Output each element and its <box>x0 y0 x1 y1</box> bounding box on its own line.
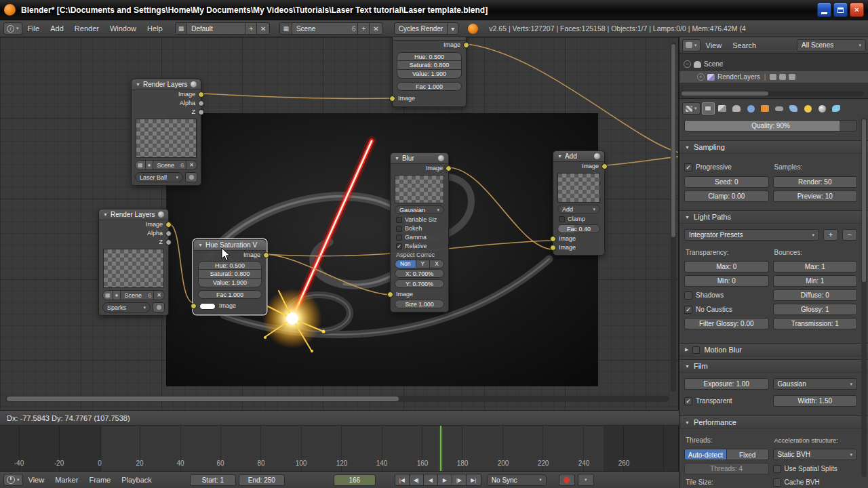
current-frame-marker[interactable] <box>440 426 441 471</box>
browse-icon[interactable]: ▦ <box>103 291 113 300</box>
render-layer-render-button[interactable] <box>153 302 165 312</box>
socket-image-in[interactable] <box>550 245 556 251</box>
jump-to-end-button[interactable]: ▶| <box>467 474 481 485</box>
engine-name[interactable]: Cycles Render <box>395 23 448 34</box>
collapse-icon[interactable]: ▼ <box>103 212 108 217</box>
transparency-max-field[interactable]: Max: 0 <box>684 261 769 272</box>
tab-world[interactable] <box>745 102 757 115</box>
tab-constraints[interactable] <box>773 102 786 115</box>
fixed-button[interactable]: Fixed <box>727 449 768 460</box>
fac-slider[interactable]: Fac 0.40 <box>557 224 600 233</box>
render-layer-dropdown[interactable]: Sparks▾ <box>102 302 151 312</box>
scrollbar-thumb[interactable] <box>682 92 768 96</box>
checkbox[interactable] <box>773 479 781 487</box>
menu-marker[interactable]: Marker <box>50 476 83 484</box>
scene-browse-icon[interactable]: ▦ <box>280 23 292 34</box>
add-scene-button[interactable]: + <box>357 23 369 34</box>
transmission-bounces-field[interactable]: Transmission: 1 <box>773 318 858 329</box>
node-header[interactable]: ▼ Render Layers <box>99 209 168 220</box>
delete-layout-button[interactable]: ✕ <box>256 23 269 34</box>
relative-checkbox[interactable]: ✓Relative <box>391 242 448 251</box>
bounces-max-field[interactable]: Max: 1 <box>773 261 858 272</box>
diffuse-bounces-field[interactable]: Diffuse: 0 <box>773 289 858 301</box>
node-blur[interactable]: ▼ Blur Image Gaussian▾ Variable Siz Boke… <box>390 152 449 312</box>
section-performance[interactable]: ▼ Performance <box>679 415 868 429</box>
spatial-splits-checkbox[interactable]: Use Spatial Splits <box>773 463 858 474</box>
prev-keyframe-button[interactable]: ◀| <box>410 474 424 485</box>
render-layer-dropdown[interactable]: Laser Ball▾ <box>135 172 183 182</box>
scene-name[interactable]: Scene <box>121 291 146 300</box>
node-mix-add[interactable]: ▼ Add Image Add▾ Clamp Fac 0.40 Image Im… <box>553 150 605 256</box>
info-editor-type-button[interactable]: i ▾ <box>3 22 22 35</box>
scrollbar-thumb[interactable] <box>7 396 399 401</box>
menu-file[interactable]: File <box>22 24 45 33</box>
socket-image-out[interactable] <box>463 42 469 48</box>
section-film[interactable]: ▼ Film <box>679 359 868 373</box>
unlink-icon[interactable]: ✕ <box>186 161 197 169</box>
socket-image-in[interactable] <box>550 236 556 242</box>
quality-slider[interactable]: Quality: 90% <box>684 120 857 131</box>
node-header[interactable]: ▼ Render Layers <box>132 79 201 90</box>
horizontal-scrollbar[interactable] <box>5 396 669 402</box>
aspect-correction-buttons[interactable]: Non Y X <box>395 260 444 268</box>
toggle-icon-1[interactable] <box>770 74 776 80</box>
value-field[interactable]: Value: 1.900 <box>198 279 262 287</box>
progressive-checkbox[interactable]: ✓Progressive <box>684 161 769 173</box>
menu-frame[interactable]: Frame <box>83 476 116 484</box>
bvh-type-dropdown[interactable]: Static BVH▾ <box>773 449 858 460</box>
hue-field[interactable]: Hue: 0.500 <box>198 261 262 270</box>
cache-bvh-checkbox[interactable]: Cache BVH <box>773 476 858 488</box>
collapse-icon[interactable]: ▼ <box>395 156 399 161</box>
outliner[interactable]: ▾ View Search All Scenes▾ − Scene + Rend… <box>679 37 868 98</box>
node-render-layers-sparks[interactable]: ▼ Render Layers Image Alpha Z ▦ ● Scene … <box>98 209 169 316</box>
menu-playback[interactable]: Playback <box>116 476 157 484</box>
delete-scene-button[interactable]: ✕ <box>369 23 382 34</box>
properties-editor-type-button[interactable]: ▾ <box>682 102 701 115</box>
socket-image-out[interactable] <box>165 222 172 228</box>
tab-object[interactable] <box>759 102 772 115</box>
checkbox[interactable] <box>396 217 402 223</box>
scene-field[interactable]: ▦ ● Scene 6 ✕ <box>135 160 197 170</box>
preview-samples-field[interactable]: Preview: 10 <box>773 190 858 202</box>
clamp-field[interactable]: Clamp: 0.00 <box>684 190 769 202</box>
unlink-icon[interactable]: ✕ <box>153 291 164 300</box>
socket-image-out[interactable] <box>198 92 204 98</box>
browse-icon[interactable]: ▦ <box>176 23 187 34</box>
menu-view[interactable]: View <box>23 476 50 484</box>
color-swatch[interactable] <box>199 303 216 310</box>
tab-render-layers[interactable] <box>716 102 729 115</box>
motion-blur-checkbox[interactable] <box>692 346 700 354</box>
properties-scrollbar[interactable] <box>861 118 867 477</box>
sync-mode-dropdown[interactable]: No Sync▾ <box>487 474 547 486</box>
outliner-scrollbar[interactable] <box>681 91 864 96</box>
integrator-presets-dropdown[interactable]: Integrator Presets▾ <box>684 229 819 241</box>
collapse-icon[interactable]: ▼ <box>198 243 203 247</box>
socket-alpha-out[interactable] <box>198 100 204 106</box>
maximize-button[interactable] <box>833 3 848 17</box>
socket-image-in[interactable] <box>387 291 393 298</box>
node-editor[interactable]: ▼ Render Layers Image Alpha Z ▦ ● Scene … <box>0 37 679 410</box>
aspect-x-button[interactable]: X <box>430 260 443 268</box>
blend-mode-dropdown[interactable]: Add▾ <box>557 205 600 214</box>
checkbox-checked[interactable]: ✓ <box>396 243 402 249</box>
socket-image-in[interactable] <box>191 303 197 309</box>
timeline-ruler[interactable]: -40 -20 0 20 40 60 80 100 120 140 160 18… <box>0 426 679 471</box>
tab-physics[interactable] <box>830 102 843 115</box>
filter-glossy-field[interactable]: Filter Glossy: 0.00 <box>684 318 769 329</box>
menu-window[interactable]: Window <box>104 24 142 33</box>
blur-type-dropdown[interactable]: Gaussian▾ <box>395 205 444 214</box>
checkbox[interactable] <box>559 216 565 222</box>
shadows-checkbox[interactable]: Shadows <box>684 289 769 301</box>
checkbox-checked[interactable]: ✓ <box>684 397 692 405</box>
browse-icon[interactable]: ▦ <box>136 161 146 169</box>
menu-add[interactable]: Add <box>45 24 69 33</box>
glossy-bounces-field[interactable]: Glossy: 1 <box>773 304 858 315</box>
play-button[interactable]: ▶ <box>438 474 452 485</box>
timeline-editor-type-button[interactable]: ▾ <box>3 474 23 486</box>
outliner-item-scene[interactable]: − Scene <box>684 58 865 70</box>
render-engine-dropdown[interactable]: Cycles Render ▾ <box>394 22 459 35</box>
socket-image-out[interactable] <box>263 252 269 258</box>
clamp-checkbox[interactable]: Clamp <box>553 215 604 224</box>
tab-scene[interactable] <box>730 102 743 115</box>
filter-width-field[interactable]: Width: 1.50 <box>773 395 858 407</box>
